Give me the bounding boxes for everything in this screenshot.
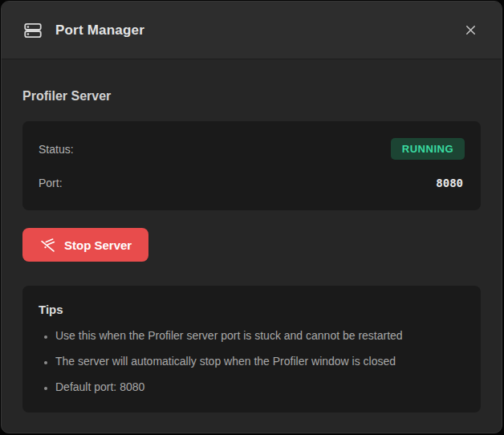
tip-item: The server will automatically stop when … xyxy=(55,354,465,369)
close-button[interactable] xyxy=(457,17,484,44)
port-label: Port: xyxy=(39,177,63,189)
dialog-content: Profiler Server Status: RUNNING Port: 80… xyxy=(2,89,502,413)
port-value: 8080 xyxy=(436,177,465,189)
port-manager-dialog: Port Manager Profiler Server Status: RUN… xyxy=(1,1,502,433)
window-title: Port Manager xyxy=(55,22,144,39)
status-panel: Status: RUNNING Port: 8080 xyxy=(22,121,481,210)
status-label: Status: xyxy=(39,143,74,156)
stop-server-button[interactable]: Stop Server xyxy=(22,228,148,262)
status-row: Status: RUNNING xyxy=(39,137,465,161)
port-row: Port: 8080 xyxy=(39,171,465,194)
tips-list: Use this when the Profiler server port i… xyxy=(39,328,465,395)
profiler-server-heading: Profiler Server xyxy=(22,89,481,104)
tip-item: Default port: 8080 xyxy=(55,380,465,395)
tips-heading: Tips xyxy=(39,303,465,316)
server-disconnect-icon xyxy=(39,237,56,254)
server-stack-icon xyxy=(22,20,43,41)
close-icon xyxy=(463,22,478,38)
titlebar: Port Manager xyxy=(2,2,502,59)
status-badge: RUNNING xyxy=(391,138,465,160)
tip-item: Use this when the Profiler server port i… xyxy=(55,328,465,344)
tips-panel: Tips Use this when the Profiler server p… xyxy=(22,286,481,413)
stop-server-label: Stop Server xyxy=(64,238,132,252)
